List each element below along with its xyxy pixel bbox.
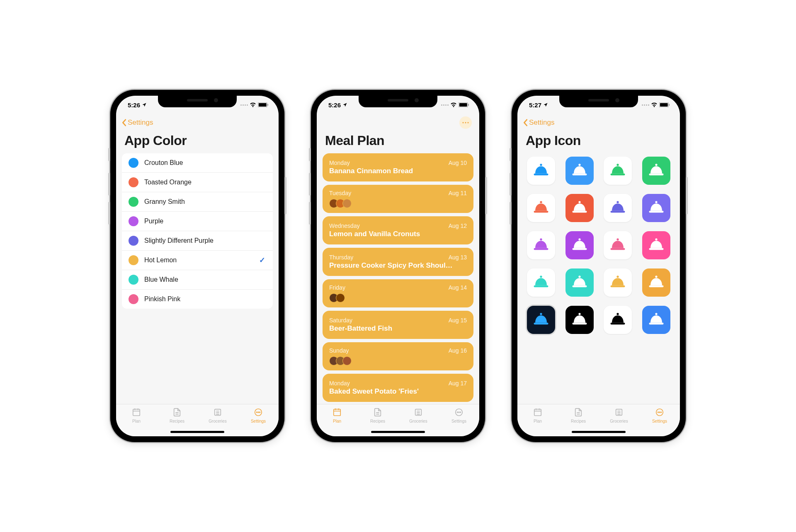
home-indicator[interactable] bbox=[170, 431, 224, 433]
color-label: Purple bbox=[144, 218, 163, 225]
meal-day: Thursday bbox=[329, 254, 353, 261]
home-indicator[interactable] bbox=[572, 431, 626, 433]
home-indicator[interactable] bbox=[371, 431, 425, 433]
tab-plan[interactable]: Plan bbox=[523, 408, 552, 423]
cloche-icon bbox=[609, 274, 626, 291]
recipes-icon bbox=[172, 408, 182, 418]
meal-card[interactable]: Tuesday Aug 11 bbox=[323, 185, 473, 213]
cloche-icon bbox=[571, 237, 588, 254]
svg-point-15 bbox=[258, 412, 259, 413]
cloche-icon bbox=[532, 312, 550, 328]
cloche-icon bbox=[609, 200, 626, 216]
app-icon-option[interactable] bbox=[604, 194, 632, 222]
svg-rect-41 bbox=[534, 174, 548, 175]
app-icon-option[interactable] bbox=[642, 268, 670, 297]
tab-recipes[interactable]: Recipes bbox=[163, 408, 192, 423]
app-icon-option[interactable] bbox=[604, 306, 632, 334]
meal-card[interactable]: Monday Aug 17 Baked Sweet Potato 'Fries' bbox=[323, 374, 473, 402]
color-option[interactable]: Crouton Blue bbox=[122, 153, 273, 173]
back-button[interactable]: Settings bbox=[122, 118, 153, 127]
meal-card[interactable]: Monday Aug 10 Banana Cinnamon Bread bbox=[323, 153, 473, 181]
color-list: Crouton Blue Toasted Orange Granny Smith… bbox=[122, 153, 273, 309]
back-button[interactable]: Settings bbox=[523, 118, 554, 127]
svg-point-50 bbox=[578, 201, 580, 203]
tab-recipes[interactable]: Recipes bbox=[363, 408, 392, 423]
page-title: App Icon bbox=[517, 131, 680, 153]
cloche-icon bbox=[609, 237, 626, 254]
settings-icon bbox=[654, 408, 665, 418]
color-option[interactable]: Purple bbox=[122, 212, 273, 231]
svg-rect-63 bbox=[649, 248, 663, 250]
tab-label: Settings bbox=[652, 419, 667, 423]
battery-icon bbox=[258, 102, 269, 107]
svg-point-20 bbox=[462, 122, 464, 123]
phone-frame-2: 5:26 Meal Plan Monday Aug 10 Banana Cinn… bbox=[311, 90, 485, 442]
meal-card[interactable]: Wednesday Aug 12 Lemon and Vanilla Cronu… bbox=[323, 216, 473, 244]
app-icon-option[interactable] bbox=[604, 157, 632, 185]
app-icon-option[interactable] bbox=[642, 231, 670, 259]
app-icon-option[interactable] bbox=[642, 157, 670, 185]
groceries-icon bbox=[413, 408, 424, 418]
nav-bar: Settings bbox=[116, 114, 279, 131]
app-icon-option[interactable] bbox=[527, 268, 555, 297]
color-option[interactable]: Blue Whale bbox=[122, 270, 273, 290]
svg-rect-71 bbox=[649, 285, 663, 287]
meal-day: Sunday bbox=[329, 347, 349, 354]
recipes-icon bbox=[573, 408, 584, 418]
meal-card[interactable]: Thursday Aug 13 Pressure Cooker Spicy Po… bbox=[323, 248, 473, 276]
app-icon-option[interactable] bbox=[565, 231, 594, 259]
tab-settings[interactable]: Settings bbox=[244, 408, 273, 423]
app-icon-option[interactable] bbox=[527, 306, 555, 334]
app-icon-option[interactable] bbox=[565, 194, 594, 222]
tab-settings[interactable]: Settings bbox=[444, 408, 473, 423]
app-icon-option[interactable] bbox=[642, 306, 670, 334]
svg-rect-57 bbox=[534, 248, 548, 250]
cloche-icon bbox=[571, 312, 588, 328]
meal-date: Aug 13 bbox=[449, 254, 467, 261]
notch bbox=[158, 96, 237, 107]
meal-date: Aug 16 bbox=[449, 347, 467, 354]
tab-label: Plan bbox=[333, 419, 341, 423]
tab-plan[interactable]: Plan bbox=[323, 408, 352, 423]
app-icon-option[interactable] bbox=[565, 157, 594, 185]
svg-point-72 bbox=[540, 313, 542, 315]
tab-settings[interactable]: Settings bbox=[645, 408, 674, 423]
app-icon-option[interactable] bbox=[565, 268, 594, 297]
tab-groceries[interactable]: Groceries bbox=[604, 408, 633, 423]
tab-groceries[interactable]: Groceries bbox=[404, 408, 433, 423]
meal-title: Beer-Battered Fish bbox=[329, 324, 467, 333]
color-swatch bbox=[129, 158, 138, 168]
cloche-icon bbox=[571, 200, 588, 216]
tab-plan[interactable]: Plan bbox=[122, 408, 151, 423]
tab-recipes[interactable]: Recipes bbox=[564, 408, 593, 423]
color-option[interactable]: Hot Lemon ✓ bbox=[122, 251, 273, 270]
location-icon bbox=[142, 102, 147, 107]
chevron-left-icon bbox=[122, 119, 127, 126]
color-option[interactable]: Granny Smith bbox=[122, 192, 273, 212]
color-option[interactable]: Toasted Orange bbox=[122, 173, 273, 192]
more-button[interactable] bbox=[459, 116, 472, 129]
app-icon-option[interactable] bbox=[642, 194, 670, 222]
app-icon-option[interactable] bbox=[527, 157, 555, 185]
meal-card[interactable]: Sunday Aug 16 bbox=[323, 342, 473, 370]
icon-grid bbox=[523, 153, 674, 337]
app-icon-option[interactable] bbox=[565, 306, 594, 334]
svg-point-74 bbox=[578, 313, 580, 315]
cloche-icon bbox=[532, 274, 550, 291]
color-swatch bbox=[129, 236, 138, 246]
app-icon-option[interactable] bbox=[604, 231, 632, 259]
meal-card[interactable]: Saturday Aug 15 Beer-Battered Fish bbox=[323, 311, 473, 339]
meal-card[interactable]: Friday Aug 14 bbox=[323, 279, 473, 307]
app-icon-option[interactable] bbox=[527, 194, 555, 222]
app-icon-option[interactable] bbox=[527, 231, 555, 259]
meal-thumbs bbox=[329, 199, 467, 208]
meal-date: Aug 12 bbox=[449, 222, 467, 229]
svg-point-46 bbox=[655, 164, 657, 166]
notch bbox=[559, 96, 638, 107]
phone-frame-3: 5:27 Settings App Icon bbox=[512, 90, 686, 442]
tab-groceries[interactable]: Groceries bbox=[203, 408, 232, 423]
checkmark-icon: ✓ bbox=[259, 256, 265, 265]
app-icon-option[interactable] bbox=[604, 268, 632, 297]
color-option[interactable]: Slightly Different Purple bbox=[122, 231, 273, 251]
color-option[interactable]: Pinkish Pink bbox=[122, 290, 273, 309]
